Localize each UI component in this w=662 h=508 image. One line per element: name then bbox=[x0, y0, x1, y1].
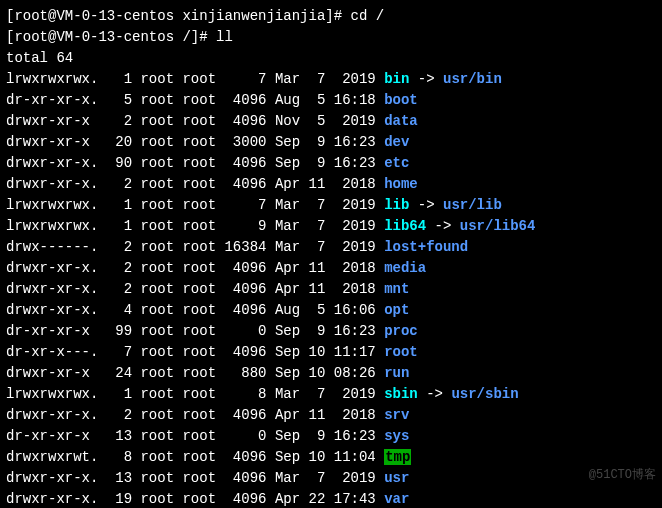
size: 4096 bbox=[224, 344, 266, 360]
size: 7 bbox=[224, 197, 266, 213]
group: root bbox=[182, 365, 216, 381]
owner: root bbox=[140, 113, 174, 129]
time: 2019 bbox=[334, 386, 376, 402]
symlink-target: usr/sbin bbox=[451, 386, 518, 402]
owner: root bbox=[140, 323, 174, 339]
file-entry: drwxr-xr-x. 19 root root 4096 Apr 22 17:… bbox=[6, 489, 656, 508]
time: 11:17 bbox=[334, 344, 376, 360]
month: Sep bbox=[275, 344, 300, 360]
day: 7 bbox=[309, 71, 326, 87]
day: 9 bbox=[309, 323, 326, 339]
time: 2019 bbox=[334, 470, 376, 486]
permissions: drwx------. bbox=[6, 239, 98, 255]
day: 7 bbox=[309, 218, 326, 234]
day: 11 bbox=[309, 260, 326, 276]
links: 5 bbox=[98, 92, 132, 108]
group: root bbox=[182, 92, 216, 108]
file-name: media bbox=[384, 260, 426, 276]
file-entry: drwxr-xr-x. 13 root root 4096 Mar 7 2019… bbox=[6, 468, 656, 489]
prompt-user: root bbox=[14, 8, 48, 24]
file-name: var bbox=[384, 491, 409, 507]
file-entry: drwxr-xr-x. 2 root root 4096 Apr 11 2018… bbox=[6, 258, 656, 279]
day: 10 bbox=[309, 449, 326, 465]
permissions: drwxr-xr-x bbox=[6, 134, 98, 150]
time: 08:26 bbox=[334, 365, 376, 381]
size: 8 bbox=[224, 386, 266, 402]
size: 0 bbox=[224, 428, 266, 444]
day: 5 bbox=[309, 113, 326, 129]
links: 19 bbox=[98, 491, 132, 507]
size: 4096 bbox=[224, 491, 266, 507]
links: 1 bbox=[98, 197, 132, 213]
owner: root bbox=[140, 491, 174, 507]
permissions: lrwxrwxrwx. bbox=[6, 386, 98, 402]
file-name: dev bbox=[384, 134, 409, 150]
symlink-arrow: -> bbox=[409, 71, 443, 87]
permissions: drwxr-xr-x. bbox=[6, 491, 98, 507]
owner: root bbox=[140, 302, 174, 318]
links: 13 bbox=[98, 428, 132, 444]
bracket-close: ]# bbox=[325, 8, 350, 24]
symlink-arrow: -> bbox=[409, 197, 443, 213]
file-name: opt bbox=[384, 302, 409, 318]
links: 7 bbox=[98, 344, 132, 360]
links: 2 bbox=[98, 407, 132, 423]
group: root bbox=[182, 344, 216, 360]
file-name: root bbox=[384, 344, 418, 360]
links: 4 bbox=[98, 302, 132, 318]
watermark: @51CTO博客 bbox=[589, 466, 656, 484]
day: 10 bbox=[309, 344, 326, 360]
month: Apr bbox=[275, 260, 300, 276]
day: 11 bbox=[309, 176, 326, 192]
size: 880 bbox=[224, 365, 266, 381]
file-entry: drwxr-xr-x. 2 root root 4096 Apr 11 2018… bbox=[6, 174, 656, 195]
group: root bbox=[182, 302, 216, 318]
group: root bbox=[182, 407, 216, 423]
file-entry: drwxr-xr-x. 2 root root 4096 Apr 11 2018… bbox=[6, 405, 656, 426]
links: 1 bbox=[98, 386, 132, 402]
size: 4096 bbox=[224, 407, 266, 423]
owner: root bbox=[140, 344, 174, 360]
owner: root bbox=[140, 155, 174, 171]
file-name: lost+found bbox=[384, 239, 468, 255]
time: 11:04 bbox=[334, 449, 376, 465]
group: root bbox=[182, 134, 216, 150]
permissions: dr-xr-xr-x. bbox=[6, 92, 98, 108]
symlink-target: usr/lib bbox=[443, 197, 502, 213]
size: 7 bbox=[224, 71, 266, 87]
group: root bbox=[182, 260, 216, 276]
file-listing: lrwxrwxrwx. 1 root root 7 Mar 7 2019 bin… bbox=[6, 69, 656, 508]
permissions: drwxr-xr-x. bbox=[6, 155, 98, 171]
time: 2019 bbox=[334, 71, 376, 87]
symlink-arrow: -> bbox=[418, 386, 452, 402]
time: 16:06 bbox=[334, 302, 376, 318]
owner: root bbox=[140, 470, 174, 486]
symlink-target: usr/bin bbox=[443, 71, 502, 87]
prompt-line-2: [root@VM-0-13-centos /]# ll bbox=[6, 27, 656, 48]
permissions: drwxrwxrwt. bbox=[6, 449, 98, 465]
file-entry: drwxr-xr-x 20 root root 3000 Sep 9 16:23… bbox=[6, 132, 656, 153]
month: Mar bbox=[275, 386, 300, 402]
owner: root bbox=[140, 449, 174, 465]
owner: root bbox=[140, 281, 174, 297]
month: Nov bbox=[275, 113, 300, 129]
file-name: lib64 bbox=[384, 218, 426, 234]
permissions: lrwxrwxrwx. bbox=[6, 197, 98, 213]
size: 4096 bbox=[224, 113, 266, 129]
file-entry: dr-xr-xr-x 13 root root 0 Sep 9 16:23 sy… bbox=[6, 426, 656, 447]
size: 4096 bbox=[224, 449, 266, 465]
prompt-user: root bbox=[14, 29, 48, 45]
group: root bbox=[182, 449, 216, 465]
permissions: dr-xr-x---. bbox=[6, 344, 98, 360]
month: Aug bbox=[275, 92, 300, 108]
file-entry: dr-xr-x---. 7 root root 4096 Sep 10 11:1… bbox=[6, 342, 656, 363]
permissions: drwxr-xr-x. bbox=[6, 260, 98, 276]
day: 9 bbox=[309, 134, 326, 150]
permissions: drwxr-xr-x. bbox=[6, 281, 98, 297]
group: root bbox=[182, 470, 216, 486]
file-name: usr bbox=[384, 470, 409, 486]
size: 3000 bbox=[224, 134, 266, 150]
time: 17:43 bbox=[334, 491, 376, 507]
group: root bbox=[182, 281, 216, 297]
size: 4096 bbox=[224, 281, 266, 297]
